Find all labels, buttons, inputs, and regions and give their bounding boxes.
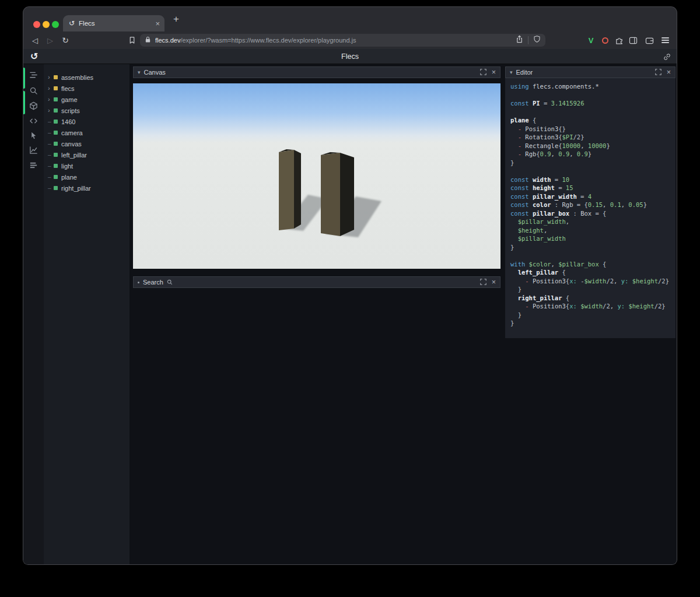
code-line: left_pillar { (510, 268, 673, 277)
tab-favicon-icon: ↺ (69, 19, 75, 27)
code-line: } (510, 243, 673, 252)
entity-color-swatch (54, 153, 58, 157)
tree-item-1460[interactable]: –1460 (44, 116, 130, 127)
code-line: } (510, 311, 673, 319)
collapse-chevron-icon[interactable]: ▾ (138, 69, 141, 75)
back-button[interactable]: ◁ (29, 31, 41, 49)
wallet-icon[interactable] (643, 31, 656, 49)
browser-toolbar: ◁ ▷ ↻ flecs.dev/explorer/?wasm=https://w… (23, 31, 677, 49)
close-panel-icon[interactable]: × (667, 69, 671, 76)
fullscreen-icon[interactable] (480, 277, 487, 287)
tree-item-plane[interactable]: –plane (44, 171, 130, 182)
address-bar[interactable]: flecs.dev/explorer/?wasm=https://www.fle… (140, 34, 545, 47)
entity-color-swatch (54, 175, 58, 179)
entity-label: left_pillar (61, 152, 87, 159)
pointer-icon[interactable] (29, 131, 38, 141)
tree-item-right_pillar[interactable]: –right_pillar (44, 182, 130, 194)
code-icon[interactable] (29, 116, 38, 126)
lock-icon (145, 35, 151, 45)
code-line: $pillar_width, (510, 217, 673, 226)
collapsed-indicator-icon[interactable] (138, 282, 139, 283)
leaf-dash-icon: – (48, 138, 54, 149)
sidebar-toggle-icon[interactable] (626, 31, 639, 49)
leaf-dash-icon: – (48, 116, 54, 127)
entity-label: 1460 (61, 118, 75, 125)
code-line: } (510, 319, 673, 328)
entity-color-swatch (54, 131, 58, 135)
new-tab-button[interactable]: + (170, 13, 182, 25)
close-panel-icon[interactable]: × (492, 69, 496, 76)
pillar-shadows (133, 83, 501, 269)
code-line: const PI = 3.1415926 (510, 99, 673, 108)
share-link-icon[interactable] (663, 52, 671, 63)
cube-icon[interactable] (29, 101, 38, 111)
expand-chevron-icon[interactable]: › (48, 94, 54, 105)
search-small-icon (167, 277, 173, 287)
search-icon[interactable] (29, 86, 38, 96)
tree-item-scripts[interactable]: ›scripts (44, 105, 130, 116)
active-panel-accent (23, 91, 25, 114)
close-window-button[interactable] (33, 21, 40, 28)
tree-item-canvas[interactable]: –canvas (44, 138, 130, 149)
editor-panel-title: Editor (516, 69, 533, 76)
flecs-logo-icon: ↺ (30, 49, 38, 64)
code-line: - Position3{x: -$width/2, y: $height/2} (510, 277, 673, 286)
zoom-window-button[interactable] (52, 21, 59, 28)
editor-panel-header: ▾ Editor × (505, 66, 676, 78)
entity-label: flecs (61, 85, 75, 92)
outliner-icon[interactable] (29, 70, 38, 80)
reload-button[interactable]: ↻ (60, 31, 71, 49)
fullscreen-icon[interactable] (655, 67, 662, 78)
expand-chevron-icon[interactable]: › (48, 72, 54, 83)
code-line (510, 91, 673, 100)
code-line: } (510, 159, 673, 167)
tree-item-game[interactable]: ›game (44, 94, 130, 105)
expand-chevron-icon[interactable]: › (48, 105, 54, 116)
entity-color-swatch (54, 97, 58, 101)
tab-close-icon[interactable]: × (155, 19, 160, 28)
entity-label: light (61, 163, 73, 170)
entity-label: canvas (61, 141, 82, 148)
tool-sidebar (23, 64, 44, 564)
code-line: const pillar_width = 4 (510, 192, 673, 201)
code-line: } (510, 285, 673, 294)
extension-v-icon[interactable]: V (584, 31, 597, 49)
chart-icon[interactable] (29, 145, 38, 155)
tree-item-light[interactable]: –light (44, 160, 130, 171)
minimize-window-button[interactable] (43, 21, 50, 28)
menu-button[interactable] (662, 31, 674, 49)
collapse-chevron-icon[interactable]: ▾ (510, 69, 513, 75)
forward-button[interactable]: ▷ (44, 31, 56, 49)
entity-color-swatch (54, 142, 58, 146)
3d-viewport[interactable] (133, 83, 501, 269)
code-line: $height, (510, 226, 673, 235)
tree-item-assemblies[interactable]: ›assemblies (44, 72, 130, 83)
ring-icon (602, 37, 608, 44)
fullscreen-icon[interactable] (480, 67, 487, 78)
extensions-puzzle-icon[interactable] (612, 31, 625, 49)
leaf-dash-icon: – (48, 160, 54, 171)
entity-color-swatch (54, 164, 58, 168)
browser-tab[interactable]: ↺ Flecs × (63, 15, 164, 31)
screen: ↺ Flecs × + ◁ ▷ ↻ flecs.dev/explorer/?wa… (0, 0, 700, 597)
app-header: ↺ Flecs (23, 49, 677, 64)
expand-chevron-icon[interactable]: › (48, 83, 54, 94)
list-icon[interactable] (29, 160, 38, 170)
brave-shield-icon[interactable] (533, 35, 541, 45)
code-line: using flecs.components.* (510, 82, 673, 91)
bookmark-icon[interactable] (126, 31, 138, 49)
v-logo: V (589, 36, 594, 45)
extension-target-icon[interactable] (598, 31, 611, 49)
tree-item-flecs[interactable]: ›flecs (44, 83, 130, 94)
tree-item-left_pillar[interactable]: –left_pillar (44, 149, 130, 160)
close-panel-icon[interactable]: × (492, 279, 496, 286)
code-line: - Position3{x: $width/2, y: $height/2} (510, 302, 673, 311)
code-line: const width = 10 (510, 175, 673, 184)
code-line: plane { (510, 116, 673, 125)
share-icon[interactable] (516, 35, 523, 45)
tree-item-camera[interactable]: –camera (44, 127, 130, 138)
search-panel-header: Search × (133, 276, 501, 288)
code-editor[interactable]: using flecs.components.* const PI = 3.14… (505, 78, 676, 338)
search-panel-title: Search (143, 279, 163, 286)
code-line: const color : Rgb = {0.15, 0.1, 0.05} (510, 201, 673, 209)
